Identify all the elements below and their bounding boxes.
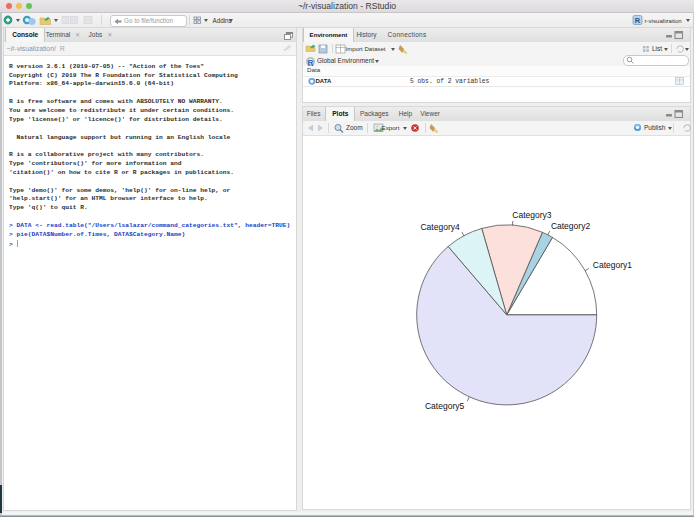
svg-text:Category5: Category5 xyxy=(425,401,464,411)
svg-text:Category4: Category4 xyxy=(420,222,459,232)
svg-text:Category3: Category3 xyxy=(512,210,551,220)
svg-text:R: R xyxy=(635,16,641,25)
svg-text:Category1: Category1 xyxy=(593,260,632,270)
svg-text:Category2: Category2 xyxy=(551,221,590,231)
